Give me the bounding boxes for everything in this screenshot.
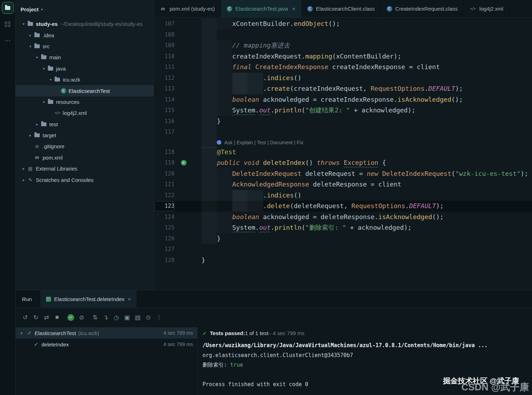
code-line[interactable]: } bbox=[201, 233, 532, 244]
code-line[interactable]: .create(createIndexRequest, RequestOptio… bbox=[201, 83, 532, 94]
chevron-down-icon[interactable]: ▾ bbox=[40, 100, 47, 104]
chevron-down-icon[interactable]: ▾ bbox=[21, 331, 27, 335]
run-toolbar-show-passed-button[interactable]: ✓ bbox=[67, 314, 74, 321]
project-tool-button[interactable] bbox=[2, 2, 14, 14]
tree-row-test[interactable]: ▸test bbox=[16, 119, 154, 130]
tree-row-elasticsearchtest[interactable]: CElasticsearchTest bbox=[16, 85, 154, 96]
run-toolbar-sort-button[interactable]: ⇅ bbox=[90, 314, 100, 321]
code-line[interactable]: .indices() bbox=[201, 190, 532, 201]
test-row-elasticsearchtest[interactable]: ▾✓ElasticsearchTest(icu.wzk)4 sec 799 ms bbox=[16, 327, 197, 339]
chevron-right-icon[interactable]: ▸ bbox=[27, 33, 34, 37]
run-toolbar-rerun-button[interactable]: ↺ bbox=[20, 314, 31, 321]
code-line[interactable]: } bbox=[201, 255, 532, 266]
run-toolbar-collapse-all-button[interactable]: ↴ bbox=[100, 314, 111, 321]
run-toolbar-history-button[interactable]: ◷ bbox=[111, 314, 122, 321]
editor-row-111[interactable]: 111final CreateIndexResponse createIndex… bbox=[154, 62, 532, 73]
tree-row-target[interactable]: ▸target bbox=[16, 130, 154, 141]
run-toolbar-more-button[interactable]: ⋮ bbox=[154, 314, 164, 321]
editor-row-127[interactable]: 127 bbox=[154, 244, 532, 255]
tree-row-pom-xml[interactable]: mpom.xml bbox=[16, 152, 154, 163]
editor-row-109[interactable]: 109// mapping塞进去 bbox=[154, 40, 532, 51]
code-line[interactable]: boolean acknowledged = deleteResponse.is… bbox=[201, 212, 532, 223]
run-toolbar-screenshot-button[interactable]: ▣ bbox=[122, 314, 132, 321]
editor-row-124[interactable]: 124boolean acknowledged = deleteResponse… bbox=[154, 212, 532, 223]
code-line[interactable]: public void deleteIndex() throws Excepti… bbox=[201, 157, 532, 168]
editor-row-121[interactable]: 121AcknowledgedResponse deleteResponse =… bbox=[154, 179, 532, 190]
tree-row-java[interactable]: ▾java bbox=[16, 63, 154, 74]
code-line[interactable] bbox=[201, 29, 532, 40]
editor-row-116[interactable]: 116} bbox=[154, 116, 532, 127]
code-line[interactable]: final CreateIndexResponse createIndexRes… bbox=[201, 62, 532, 73]
editor-row-122[interactable]: 122.indices() bbox=[154, 190, 532, 201]
code-line[interactable]: } bbox=[201, 116, 532, 127]
close-icon[interactable]: × bbox=[292, 6, 295, 12]
code-line[interactable]: DeleteIndexRequest deleteRequest = new D… bbox=[201, 168, 532, 179]
chevron-right-icon[interactable]: ▸ bbox=[34, 122, 40, 126]
run-toolbar-pin-button[interactable]: ⊙ bbox=[143, 314, 154, 321]
editor-tab-createindexrequest-class[interactable]: CCreateIndexRequest.class bbox=[381, 0, 464, 17]
editor-row-128[interactable]: 128} bbox=[154, 255, 532, 266]
editor-row-108[interactable]: 108 bbox=[154, 29, 532, 40]
chevron-right-icon[interactable]: ▸ bbox=[20, 167, 27, 171]
tree-row-external-libraries[interactable]: ▸▤External Libraries bbox=[16, 163, 154, 174]
editor-row-126[interactable]: 126} bbox=[154, 233, 532, 244]
code-line[interactable]: .indices() bbox=[201, 73, 532, 84]
editor-row-112[interactable]: 112.indices() bbox=[154, 73, 532, 84]
editor-row-117[interactable]: 117 bbox=[154, 127, 532, 138]
run-toolbar-rerun-failed-button[interactable]: ↻ bbox=[31, 314, 41, 321]
run-toolbar-export-button[interactable]: ▤ bbox=[132, 314, 143, 321]
tree-row-resources[interactable]: ▾resources bbox=[16, 96, 154, 107]
editor-row-120[interactable]: 120DeleteIndexRequest deleteRequest = ne… bbox=[154, 168, 532, 179]
chevron-down-icon[interactable]: ▾ bbox=[34, 55, 40, 59]
editor-row-123[interactable]: 123.delete(deleteRequest, RequestOptions… bbox=[154, 201, 532, 212]
chevron-right-icon[interactable]: ▸ bbox=[20, 178, 27, 182]
editor-row-114[interactable]: 114boolean acknowledged = createIndexRes… bbox=[154, 94, 532, 105]
editor-tab-elasticsearchtest-java[interactable]: CElasticsearchTest.java× bbox=[221, 0, 301, 17]
code-line[interactable]: @Test bbox=[201, 147, 532, 158]
chevron-down-icon[interactable]: ▾ bbox=[40, 67, 47, 71]
tree-row-icu-wzk[interactable]: ▾icu.wzk bbox=[16, 74, 154, 85]
editor-row-115[interactable]: 115System.out.println("创建结果2: " + acknow… bbox=[154, 105, 532, 116]
code-line[interactable] bbox=[201, 244, 532, 255]
code-line[interactable]: createIndexRequest.mapping(xContentBuild… bbox=[201, 51, 532, 62]
run-toolbar-show-ignored-button[interactable]: ⊘ bbox=[76, 314, 87, 321]
chevron-down-icon[interactable]: ▾ bbox=[20, 22, 27, 26]
project-header[interactable]: Project ▾ bbox=[16, 0, 154, 18]
editor-tab-pom-xml-study-es[interactable]: mpom.xml (study-es) bbox=[154, 0, 221, 17]
code-line[interactable]: xContentBuilder.endObject(); bbox=[201, 18, 532, 29]
tree-row-src[interactable]: ▾src bbox=[16, 41, 154, 52]
run-tab[interactable]: ElasticsearchTest.deleteIndex × bbox=[40, 290, 137, 308]
run-toolbar-test-settings-button[interactable]: ⇄ bbox=[41, 314, 52, 321]
tree-row-scratches-and-consoles[interactable]: ▸✎Scratches and Consoles bbox=[16, 174, 154, 185]
code-line[interactable]: // mapping塞进去 bbox=[201, 40, 532, 51]
run-test-icon[interactable]: ▶ bbox=[181, 160, 187, 166]
tree-row-gitignore[interactable]: ⊘.gitignore bbox=[16, 141, 154, 152]
more-tools-button[interactable]: ⋯ bbox=[2, 34, 14, 46]
tree-row-study-es[interactable]: ▾study-es~/Desktop/intellij/study-es/stu… bbox=[16, 18, 154, 29]
chevron-down-icon[interactable]: ▾ bbox=[27, 44, 34, 48]
editor-row-110[interactable]: 110createIndexRequest.mapping(xContentBu… bbox=[154, 51, 532, 62]
editor-row-118[interactable]: 118@Test bbox=[154, 147, 532, 158]
code-line[interactable]: AcknowledgedResponse deleteResponse = cl… bbox=[201, 179, 532, 190]
chevron-right-icon[interactable]: ▸ bbox=[27, 133, 34, 137]
chevron-down-icon[interactable]: ▾ bbox=[47, 78, 54, 82]
structure-tool-button[interactable] bbox=[2, 18, 14, 30]
tree-row-log4j2-xml[interactable]: </>log4j2.xml bbox=[16, 107, 154, 118]
editor-row-113[interactable]: 113.create(createIndexRequest, RequestOp… bbox=[154, 83, 532, 94]
editor-row-107[interactable]: 107xContentBuilder.endObject(); bbox=[154, 18, 532, 29]
editor[interactable]: 107xContentBuilder.endObject();108109// … bbox=[154, 18, 532, 290]
tree-row-idea[interactable]: ▸.idea bbox=[16, 29, 154, 40]
ai-actions[interactable]: Ask | Explain | Test | Document | Fix bbox=[217, 138, 303, 147]
editor-tab-elasticsearchclient-class[interactable]: CElasticsearchClient.class bbox=[301, 0, 381, 17]
test-row-deleteindex[interactable]: ✓deleteIndex4 sec 799 ms bbox=[16, 339, 197, 350]
editor-row-119[interactable]: 119▶public void deleteIndex() throws Exc… bbox=[154, 157, 532, 168]
run-toolbar-stop-button[interactable]: ■ bbox=[52, 314, 62, 321]
code-line[interactable]: .delete(deleteRequest, RequestOptions.DE… bbox=[201, 201, 532, 212]
editor-tab-log4j2-xml[interactable]: </>log4j2.xml bbox=[464, 0, 510, 17]
editor-row-125[interactable]: 125System.out.println("删除索引: " + acknowl… bbox=[154, 222, 532, 233]
code-line[interactable]: System.out.println("删除索引: " + acknowledg… bbox=[201, 222, 532, 233]
close-icon[interactable]: × bbox=[128, 296, 131, 302]
tree-row-main[interactable]: ▾main bbox=[16, 52, 154, 63]
code-line[interactable] bbox=[201, 127, 532, 138]
code-line[interactable]: System.out.println("创建结果2: " + acknowled… bbox=[201, 105, 532, 116]
